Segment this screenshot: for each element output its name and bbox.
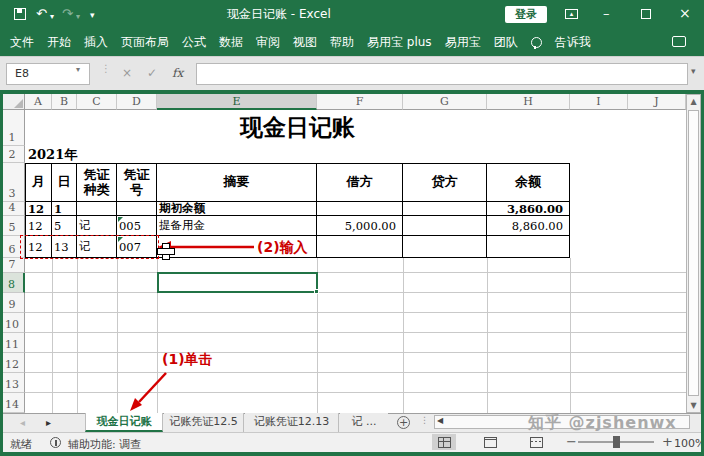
watermark: 知乎 @zjshenwx <box>528 413 677 434</box>
tabbar-separator: ⋮ <box>420 415 429 425</box>
zoom-out-icon[interactable]: − <box>566 435 577 449</box>
view-page-layout-button[interactable] <box>478 434 502 450</box>
page-break-icon <box>530 437 543 448</box>
status-ready: 就绪 <box>10 437 32 452</box>
view-normal-button[interactable] <box>432 434 456 450</box>
accessibility-icon <box>50 437 61 448</box>
scroll-down-icon[interactable]: ▼ <box>687 399 700 413</box>
view-page-break-button[interactable] <box>524 434 548 450</box>
zoom-in-icon[interactable]: + <box>662 435 673 449</box>
window-frame-bottom <box>0 452 704 456</box>
annotation-arrows <box>0 0 704 456</box>
annotation-step2-label: (2)输入 <box>257 239 308 257</box>
sheet-tab-truncated[interactable]: 记 ... <box>340 413 388 432</box>
sheet-tab-cash-journal[interactable]: 现金日记账 <box>85 413 163 432</box>
annotation-step1-label: (1)单击 <box>162 351 213 369</box>
excel-window: ↶ ▾ ↷ ▾ ▾ 现金日记账 - Excel 登录 ▴ – × 文件 开始 插… <box>0 0 704 456</box>
hscroll-left-icon[interactable]: ◀ <box>437 416 443 425</box>
zoom-slider-thumb[interactable] <box>613 436 620 448</box>
normal-view-icon <box>438 437 451 448</box>
page-layout-icon <box>484 437 497 448</box>
zoom-level[interactable]: 100% <box>674 437 704 450</box>
sheet-nav-right-icon[interactable]: ▸ <box>46 414 51 432</box>
sheet-nav-left-icon[interactable]: ◂ <box>20 414 25 432</box>
status-accessibility[interactable]: 辅助功能: 调查 <box>68 437 141 452</box>
window-frame-left <box>0 90 3 456</box>
sheet-tab-voucher-12-5[interactable]: 记账凭证12.5 <box>164 413 244 432</box>
sheet-tab-voucher-12-13[interactable]: 记账凭证12.13 <box>245 413 339 432</box>
vertical-scrollbar-thumb[interactable] <box>688 110 699 396</box>
new-sheet-icon[interactable]: + <box>397 416 410 429</box>
scroll-up-icon[interactable]: ▲ <box>687 95 700 109</box>
